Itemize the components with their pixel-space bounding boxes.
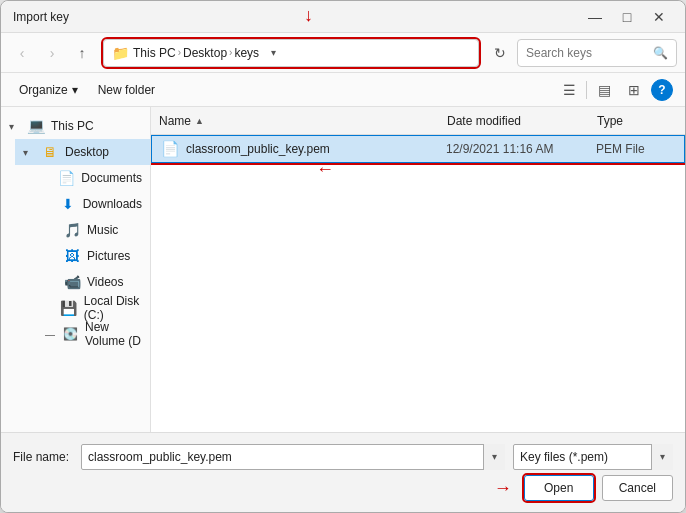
filename-label: File name: <box>13 450 73 464</box>
address-part-2: Desktop <box>183 46 227 60</box>
secondary-toolbar-right: ☰ ▤ ⊞ ? <box>556 77 673 103</box>
help-button[interactable]: ? <box>651 79 673 101</box>
sidebar-item-this-pc[interactable]: ▾ 💻 This PC <box>1 113 150 139</box>
file-list: 📄 classroom_public_key.pem 12/9/2021 11:… <box>151 135 685 432</box>
downloads-label: Downloads <box>83 197 142 211</box>
secondary-toolbar-left: Organize ▾ New folder <box>13 78 161 102</box>
filename-row: File name: ▾ ▾ <box>13 444 673 470</box>
new-folder-button[interactable]: New folder <box>92 78 161 102</box>
col-header-date[interactable]: Date modified <box>447 114 597 128</box>
filename-input-wrap: ▾ <box>81 444 505 470</box>
file-date: 12/9/2021 11:16 AM <box>446 142 596 156</box>
sidebar-item-pictures[interactable]: 🖼 Pictures <box>15 243 150 269</box>
sidebar-item-local-disk[interactable]: 💾 Local Disk (C:) <box>15 295 150 321</box>
pictures-icon: 🖼 <box>63 247 81 265</box>
filename-dropdown-button[interactable]: ▾ <box>483 444 505 470</box>
sidebar-item-desktop[interactable]: ▾ 🖥 Desktop <box>15 139 150 165</box>
downloads-icon: ⬇ <box>59 195 77 213</box>
address-text: This PC › Desktop › keys <box>133 46 259 60</box>
view-detail-button[interactable]: ▤ <box>591 77 617 103</box>
address-bar[interactable]: 📁 This PC › Desktop › keys ▾ <box>103 39 479 67</box>
desktop-label: Desktop <box>65 145 109 159</box>
address-part-1: This PC <box>133 46 176 60</box>
sidebar-item-documents[interactable]: 📄 Documents <box>15 165 150 191</box>
buttons-row: → Open Cancel <box>13 475 673 501</box>
expand-arrow-this-pc: ▾ <box>9 121 21 132</box>
organize-label: Organize <box>19 83 68 97</box>
this-pc-icon: 💻 <box>27 117 45 135</box>
title-bar: Import key — □ ✕ <box>1 1 685 33</box>
filetype-input[interactable] <box>513 444 673 470</box>
annotation-arrow-left: ← <box>316 159 334 180</box>
documents-label: Documents <box>81 171 142 185</box>
new-volume-icon: 💽 <box>61 325 79 343</box>
file-icon: 📄 <box>160 139 180 159</box>
file-list-header: Name ▲ Date modified Type <box>151 107 685 135</box>
search-icon-button[interactable]: 🔍 <box>652 44 668 62</box>
title-bar-controls: — □ ✕ <box>581 6 673 28</box>
bottom-bar: File name: ▾ ▾ → Open Cancel <box>1 432 685 512</box>
sidebar-item-new-volume[interactable]: — 💽 New Volume (D <box>15 321 150 347</box>
folder-icon: 📁 <box>112 45 129 61</box>
address-chevron-2: › <box>229 47 232 58</box>
col-header-type[interactable]: Type <box>597 114 677 128</box>
secondary-toolbar: Organize ▾ New folder ☰ ▤ ⊞ ? <box>1 73 685 107</box>
search-input[interactable] <box>526 46 648 60</box>
file-pane: Name ▲ Date modified Type 📄 classroom_pu… <box>151 107 685 432</box>
up-button[interactable]: ↑ <box>69 40 95 66</box>
search-box: 🔍 <box>517 39 677 67</box>
desktop-icon: 🖥 <box>41 143 59 161</box>
organize-chevron-icon: ▾ <box>72 83 78 97</box>
music-label: Music <box>87 223 118 237</box>
col-header-name[interactable]: Name ▲ <box>159 114 447 128</box>
videos-label: Videos <box>87 275 123 289</box>
import-key-dialog: ↓ Import key — □ ✕ ‹ › ↑ 📁 This PC › Des… <box>0 0 686 513</box>
sidebar-item-videos[interactable]: 📹 Videos <box>15 269 150 295</box>
file-type: PEM File <box>596 142 676 156</box>
address-part-3: keys <box>234 46 259 60</box>
forward-button[interactable]: › <box>39 40 65 66</box>
minimize-button[interactable]: — <box>581 6 609 28</box>
this-pc-label: This PC <box>51 119 94 133</box>
sidebar-item-downloads[interactable]: ⬇ Downloads <box>15 191 150 217</box>
address-chevron-1: › <box>178 47 181 58</box>
annotation-arrow-open: → <box>494 478 512 499</box>
file-name: classroom_public_key.pem <box>186 142 446 156</box>
organize-button[interactable]: Organize ▾ <box>13 78 84 102</box>
address-expand-button[interactable]: ▾ <box>263 42 283 64</box>
expand-arrow-desktop: ▾ <box>23 147 35 158</box>
sort-arrow-icon: ▲ <box>195 116 204 126</box>
view-large-button[interactable]: ⊞ <box>621 77 647 103</box>
annotation-arrow-down: ↓ <box>304 5 313 26</box>
back-button[interactable]: ‹ <box>9 40 35 66</box>
table-row[interactable]: 📄 classroom_public_key.pem 12/9/2021 11:… <box>151 135 685 163</box>
new-volume-label: New Volume (D <box>85 320 142 348</box>
dialog-title: Import key <box>13 10 69 24</box>
local-disk-icon: 💾 <box>60 299 78 317</box>
main-content: ▾ 💻 This PC ▾ 🖥 Desktop 📄 Documents ⬇ Do… <box>1 107 685 432</box>
videos-icon: 📹 <box>63 273 81 291</box>
view-separator <box>586 81 587 99</box>
view-list-button[interactable]: ☰ <box>556 77 582 103</box>
maximize-button[interactable]: □ <box>613 6 641 28</box>
documents-icon: 📄 <box>57 169 75 187</box>
pictures-label: Pictures <box>87 249 130 263</box>
music-icon: 🎵 <box>63 221 81 239</box>
cancel-button[interactable]: Cancel <box>602 475 673 501</box>
filetype-wrap: ▾ <box>513 444 673 470</box>
close-button[interactable]: ✕ <box>645 6 673 28</box>
refresh-button[interactable]: ↻ <box>487 40 513 66</box>
sidebar-item-music[interactable]: 🎵 Music <box>15 217 150 243</box>
local-disk-label: Local Disk (C:) <box>84 294 142 322</box>
open-button[interactable]: Open <box>524 475 594 501</box>
address-toolbar: ‹ › ↑ 📁 This PC › Desktop › keys ▾ ↻ 🔍 <box>1 33 685 73</box>
title-bar-left: Import key <box>13 10 69 24</box>
expand-arrow-newvol: — <box>45 329 55 340</box>
sidebar: ▾ 💻 This PC ▾ 🖥 Desktop 📄 Documents ⬇ Do… <box>1 107 151 432</box>
filename-input[interactable] <box>81 444 505 470</box>
